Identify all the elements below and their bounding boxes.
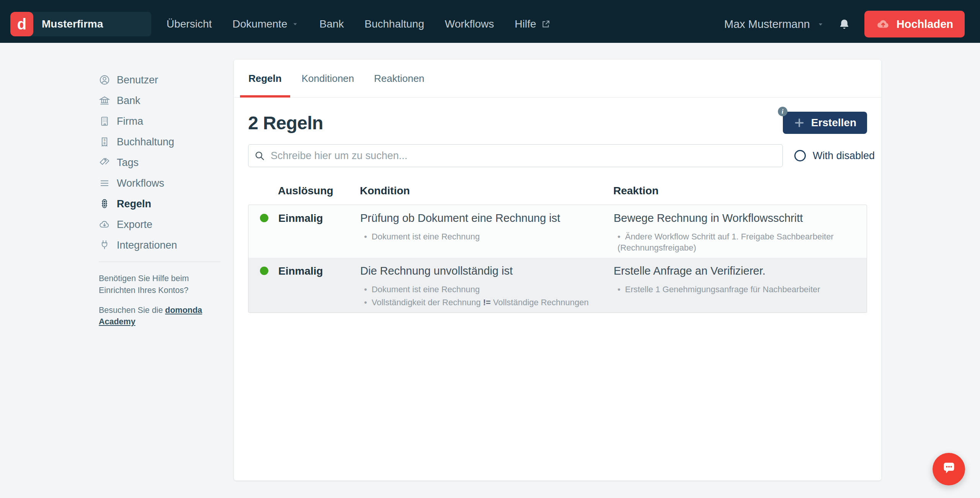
nav-label: Buchhaltung — [364, 18, 424, 30]
sidebar-item-label: Integrationen — [117, 239, 177, 251]
kondition-bullets: Dokument ist eine Rechnung — [360, 231, 614, 242]
column-header-ausloesung: Auslösung — [248, 185, 360, 197]
create-button[interactable]: Erstellen — [783, 112, 867, 134]
create-label: Erstellen — [811, 117, 856, 129]
sidebar-item-firma[interactable]: Firma — [99, 111, 225, 132]
sidebar-item-regeln[interactable]: Regeln — [99, 194, 225, 214]
heading-row: 2 Regeln i Erstellen — [248, 111, 867, 134]
nav-label: Dokumente — [232, 18, 287, 30]
tab-reaktionen[interactable]: Reaktionen — [366, 60, 433, 97]
bell-icon — [838, 18, 851, 31]
table-row[interactable]: Einmalig Prüfung ob Dokument eine Rechnu… — [248, 205, 867, 258]
nav-item-hilfe[interactable]: Hilfe — [515, 18, 551, 30]
user-icon — [99, 74, 110, 86]
settings-sidebar: Benutzer Bank Firma $ Buchhaltung Tags W… — [99, 70, 225, 334]
tab-regeln[interactable]: Regeln — [240, 60, 290, 97]
upload-label: Hochladen — [897, 18, 953, 31]
cloud-download-icon — [99, 219, 110, 230]
trigger-label: Einmalig — [278, 264, 323, 278]
bullet-item: Ändere Workflow Schritt auf 1. Freigabe … — [617, 231, 854, 253]
reaktion-title: Erstelle Anfrage an Verifizierer. — [614, 264, 854, 278]
reaktion-bullets: Ändere Workflow Schritt auf 1. Freigabe … — [614, 231, 854, 253]
list-icon — [99, 177, 110, 189]
help-link-prefix: Besuchen Sie die — [99, 306, 165, 315]
building-icon — [99, 116, 110, 127]
logo-letter: d — [17, 16, 26, 33]
domonda-logo-icon: d — [10, 12, 33, 36]
chat-icon — [940, 461, 958, 478]
bullet-item: Erstelle 1 Genehmigungsanfrage für Nachb… — [617, 284, 854, 295]
tags-icon — [99, 157, 110, 168]
sidebar-item-bank[interactable]: Bank — [99, 90, 225, 111]
sidebar-item-label: Bank — [117, 95, 140, 107]
top-bar: d Musterfirma Übersicht Dokumente Bank B… — [0, 0, 980, 43]
sidebar-item-label: Exporte — [117, 219, 152, 231]
rules-table: Auslösung Kondition Reaktion Einmalig Pr… — [248, 185, 867, 313]
sidebar-item-integrationen[interactable]: Integrationen — [99, 235, 225, 256]
kondition-cell: Die Rechnung unvollständig ist Dokument … — [360, 264, 614, 308]
sidebar-help-text: Benötigen Sie Hilfe beim Einrichten Ihre… — [99, 273, 226, 296]
brand[interactable]: d Musterfirma — [10, 12, 151, 36]
nav-item-buchhaltung[interactable]: Buchhaltung — [364, 18, 424, 30]
kondition-cell: Prüfung ob Dokument eine Rechnung ist Do… — [360, 212, 614, 253]
radio-icon[interactable] — [794, 150, 806, 161]
traffic-light-icon — [99, 198, 110, 210]
operator-text: != — [483, 298, 491, 307]
sidebar-item-buchhaltung[interactable]: $ Buchhaltung — [99, 132, 225, 152]
search-icon — [254, 150, 265, 161]
ausloesung-cell: Einmalig — [248, 264, 360, 308]
plus-icon — [794, 117, 805, 129]
sidebar-item-label: Workflows — [117, 177, 164, 189]
bullet-text: Vollständigkeit der Rechnung — [372, 298, 483, 307]
sidebar-item-exporte[interactable]: Exporte — [99, 214, 225, 235]
column-header-reaktion: Reaktion — [613, 185, 867, 197]
nav-item-dokumente[interactable]: Dokumente — [232, 18, 299, 30]
info-icon[interactable]: i — [778, 107, 787, 116]
column-header-kondition: Kondition — [360, 185, 613, 197]
tab-konditionen[interactable]: Konditionen — [293, 60, 363, 97]
nav-item-uebersicht[interactable]: Übersicht — [167, 18, 212, 30]
sidebar-item-label: Benutzer — [117, 74, 158, 86]
bullet-item: Dokument ist eine Rechnung — [364, 284, 614, 295]
sidebar-item-label: Tags — [117, 157, 139, 169]
reaktion-cell: Erstelle Anfrage an Verifizierer. Erstel… — [614, 264, 867, 308]
create-button-wrap: i Erstellen — [783, 112, 867, 134]
sidebar-help-text-2: Besuchen Sie die domonda Academy — [99, 304, 226, 328]
kondition-title: Die Rechnung unvollständig ist — [360, 264, 614, 278]
invoice-icon: $ — [99, 136, 110, 148]
nav-label: Übersicht — [167, 18, 212, 30]
nav-item-workflows[interactable]: Workflows — [445, 18, 494, 30]
nav-item-bank[interactable]: Bank — [319, 18, 344, 30]
top-bar-right: Max Mustermann Hochladen — [724, 11, 965, 37]
main-nav: Übersicht Dokumente Bank Buchhaltung Wor… — [167, 18, 551, 30]
sidebar-item-tags[interactable]: Tags — [99, 152, 225, 173]
with-disabled-label: With disabled — [813, 150, 875, 162]
trigger-label: Einmalig — [278, 212, 323, 225]
table-row[interactable]: Einmalig Die Rechnung unvollständig ist … — [248, 258, 867, 312]
search-row: With disabled — [248, 144, 867, 167]
sidebar-item-label: Buchhaltung — [117, 136, 174, 148]
chat-widget-button[interactable] — [933, 453, 965, 485]
company-switcher[interactable]: Musterfirma — [30, 12, 151, 36]
with-disabled-toggle[interactable]: With disabled — [794, 150, 875, 162]
upload-button[interactable]: Hochladen — [864, 11, 965, 37]
sidebar-item-benutzer[interactable]: Benutzer — [99, 70, 225, 90]
search-box — [248, 144, 783, 167]
table-header: Auslösung Kondition Reaktion — [248, 185, 867, 205]
bullet-text: Vollständige Rechnungen — [491, 298, 589, 307]
table-body: Einmalig Prüfung ob Dokument eine Rechnu… — [248, 205, 867, 313]
search-input[interactable] — [248, 144, 783, 167]
tab-label: Konditionen — [302, 73, 354, 85]
nav-label: Hilfe — [515, 18, 536, 30]
card-content: 2 Regeln i Erstellen With disabled Ausl — [234, 111, 881, 313]
ausloesung-cell: Einmalig — [248, 212, 360, 253]
tab-label: Regeln — [248, 73, 282, 85]
sidebar-item-workflows[interactable]: Workflows — [99, 173, 225, 194]
status-dot-icon — [260, 267, 268, 275]
reaktion-bullets: Erstelle 1 Genehmigungsanfrage für Nachb… — [614, 284, 854, 295]
user-menu[interactable]: Max Mustermann — [724, 18, 824, 31]
nav-label: Workflows — [445, 18, 494, 30]
kondition-title: Prüfung ob Dokument eine Rechnung ist — [360, 212, 614, 225]
notifications-button[interactable] — [838, 18, 851, 31]
tab-label: Reaktionen — [374, 73, 425, 85]
